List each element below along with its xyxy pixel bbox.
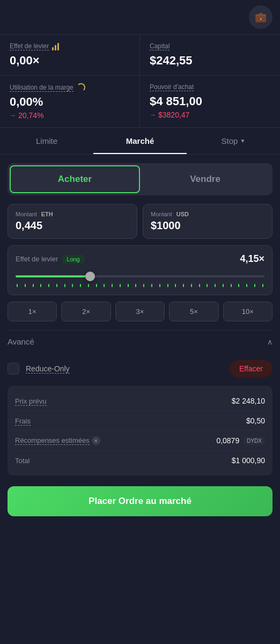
margin-usage-label: Utilisation de la marge <box>10 83 130 92</box>
leverage-stat: Effet de levier 0,00× <box>0 35 140 76</box>
tick <box>199 284 200 287</box>
bar-chart-icon <box>52 43 59 50</box>
x-badge[interactable]: × <box>92 436 100 445</box>
sell-button[interactable]: Vendre <box>140 165 270 193</box>
leverage-stat-value: 0,00× <box>10 54 130 68</box>
tick <box>167 284 168 287</box>
leverage-1x[interactable]: 1× <box>8 302 57 321</box>
detail-row-total: Total $1 000,90 <box>15 451 265 470</box>
tick <box>48 284 49 287</box>
reduce-only-left: Reduce-Only <box>8 363 70 375</box>
total-value: $1 000,90 <box>232 456 265 465</box>
tab-marche[interactable]: Marché <box>93 128 187 154</box>
buying-power-stat: Pouvoir d'achat $4 851,00 → $3820,47 <box>140 76 280 128</box>
buy-sell-toggle: Acheter Vendre <box>8 163 272 195</box>
tick <box>96 284 97 287</box>
tick <box>88 284 89 287</box>
slider-ticks <box>16 284 264 287</box>
total-label: Total <box>15 457 30 465</box>
margin-usage-sub: → 20,74% <box>10 111 130 120</box>
buying-power-sub: → $3820,47 <box>150 111 270 119</box>
recompenses-value-row: 0,0879 DYDX <box>216 436 265 445</box>
tick <box>17 284 18 287</box>
place-order-button[interactable]: Placer Ordre au marché <box>8 486 272 516</box>
tick <box>56 284 57 287</box>
leverage-5x[interactable]: 5× <box>169 302 218 321</box>
tick <box>112 284 113 287</box>
tick <box>120 284 121 287</box>
slider-track <box>16 275 264 277</box>
tick <box>64 284 65 287</box>
frais-label: Frais <box>15 417 31 425</box>
recompenses-value: 0,0879 <box>216 436 239 445</box>
stats-grid: Effet de levier 0,00× Capital $242,55 Ut… <box>0 34 280 128</box>
advanced-section-header[interactable]: Avancé ∧ <box>8 330 272 353</box>
tick <box>238 284 239 287</box>
loading-icon <box>77 83 85 92</box>
capital-stat-value: $242,55 <box>150 54 270 68</box>
tick <box>135 284 136 287</box>
leverage-10x[interactable]: 10× <box>223 302 272 321</box>
amount-usd-value: $1000 <box>151 219 264 232</box>
tick <box>128 284 129 287</box>
long-badge: Long <box>62 255 84 264</box>
tick <box>191 284 192 287</box>
tab-limite[interactable]: Limite <box>0 128 93 154</box>
prix-prevu-value: $2 248,10 <box>232 397 265 405</box>
tick <box>72 284 73 287</box>
dydx-badge: DYDX <box>244 437 265 445</box>
tick <box>151 284 152 287</box>
tick <box>246 284 247 287</box>
wallet-button[interactable]: 💼 <box>249 5 272 29</box>
tick <box>231 284 232 287</box>
capital-stat: Capital $242,55 <box>140 35 280 76</box>
tick <box>25 284 26 287</box>
leverage-2x[interactable]: 2× <box>61 302 110 321</box>
tick <box>80 284 81 287</box>
tick <box>254 284 255 287</box>
leverage-box: Effet de levier Long 4,15× <box>8 245 272 295</box>
reduce-only-checkbox[interactable] <box>8 363 19 375</box>
amount-eth-value: 0,445 <box>16 219 129 232</box>
order-type-tabs: Limite Marché Stop ▼ <box>0 128 280 155</box>
reduce-only-row: Reduce-Only Effacer <box>8 360 272 377</box>
chevron-up-icon: ∧ <box>267 338 272 346</box>
advanced-label: Avancé <box>8 337 34 346</box>
leverage-header: Effet de levier Long 4,15× <box>16 253 264 265</box>
tick <box>40 284 41 287</box>
arrow-right-icon: → <box>10 112 16 119</box>
tab-stop[interactable]: Stop ▼ <box>187 128 280 154</box>
detail-row-frais: Frais $0,50 <box>15 411 265 431</box>
leverage-slider[interactable] <box>16 271 264 282</box>
amount-row: Montant ETH 0,445 Montant USD $1000 <box>8 204 272 239</box>
quick-leverage-buttons: 1× 2× 3× 5× 10× <box>8 302 272 321</box>
tick <box>262 284 263 287</box>
capital-stat-label: Capital <box>150 42 270 50</box>
leverage-display: 4,15× <box>240 253 264 265</box>
slider-thumb[interactable] <box>85 272 95 281</box>
detail-row-prix: Prix prévu $2 248,10 <box>15 391 265 411</box>
detail-row-recompenses: Récompenses estimées × 0,0879 DYDX <box>15 431 265 451</box>
tick <box>215 284 216 287</box>
recompenses-label: Récompenses estimées × <box>15 436 100 445</box>
order-form: Acheter Vendre Montant ETH 0,445 Montant… <box>0 155 280 525</box>
leverage-stat-label: Effet de levier <box>10 42 130 50</box>
tick <box>175 284 176 287</box>
buying-power-value: $4 851,00 <box>150 94 270 108</box>
details-table: Prix prévu $2 248,10 Frais $0,50 Récompe… <box>8 386 272 475</box>
tick <box>159 284 160 287</box>
margin-usage-stat: Utilisation de la marge 0,00% → 20,74% <box>0 76 140 128</box>
tick <box>183 284 184 287</box>
tick <box>143 284 144 287</box>
amount-eth-field[interactable]: Montant ETH 0,445 <box>8 204 137 239</box>
buying-power-label: Pouvoir d'achat <box>150 83 270 91</box>
amount-usd-field[interactable]: Montant USD $1000 <box>143 204 272 239</box>
leverage-3x[interactable]: 3× <box>115 302 165 321</box>
tick <box>104 284 105 287</box>
chevron-down-icon: ▼ <box>240 138 245 144</box>
margin-usage-value: 0,00% <box>10 95 130 109</box>
buy-button[interactable]: Acheter <box>10 165 140 193</box>
tick <box>33 284 34 287</box>
effacer-button[interactable]: Effacer <box>230 360 272 377</box>
slider-fill <box>16 275 90 277</box>
